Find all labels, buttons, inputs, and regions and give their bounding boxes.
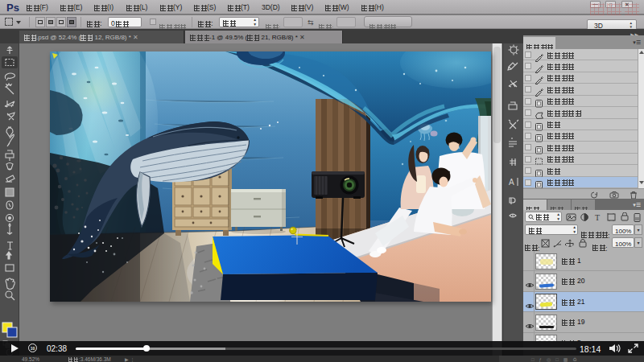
svg-text:T: T bbox=[595, 213, 600, 222]
svg-text:A: A bbox=[509, 178, 514, 187]
